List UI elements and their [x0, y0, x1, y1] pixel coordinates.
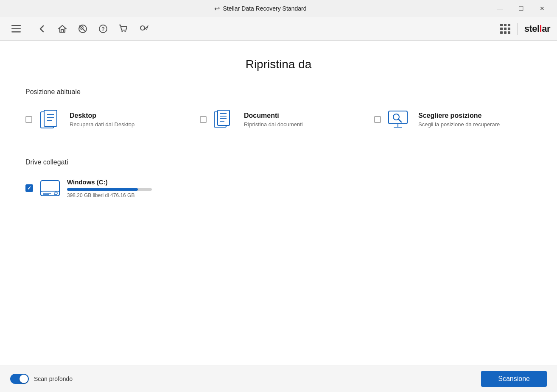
minimize-button[interactable]: — — [490, 2, 509, 15]
svg-line-30 — [398, 119, 401, 122]
documents-icon-wrapper — [200, 106, 237, 133]
scan-toolbar-button[interactable] — [73, 19, 92, 38]
drive-c-name: Windows (C:) — [67, 178, 152, 186]
drive-c-checkbox[interactable] — [25, 184, 33, 192]
desktop-icon-wrapper — [25, 106, 63, 133]
deep-scan-label: Scan profondo — [34, 375, 73, 382]
drive-c-space: 398.20 GB liberi di 476.16 GB — [67, 192, 152, 198]
drive-card-c[interactable]: Windows (C:) 398.20 GB liberi di 476.16 … — [25, 176, 152, 200]
deep-scan-toggle-group: Scan profondo — [10, 374, 73, 384]
scan-button[interactable]: Scansione — [481, 371, 547, 387]
choose-location-card[interactable]: Scegliere posizione Scegli la posizione … — [374, 106, 532, 133]
page-title: Ripristina da — [25, 58, 532, 71]
svg-point-35 — [55, 192, 57, 195]
toolbar-right: stellar — [500, 23, 550, 35]
help-button[interactable]: ? — [94, 19, 112, 38]
svg-point-9 — [122, 31, 123, 32]
desktop-icon — [36, 106, 63, 133]
drives-label: Drive collegati — [25, 158, 532, 166]
svg-line-13 — [147, 27, 148, 28]
bottom-bar: Scan profondo Scansione — [0, 365, 557, 392]
desktop-card-text: Desktop Recupera dati dal Desktop — [70, 112, 183, 128]
drives-list: Windows (C:) 398.20 GB liberi di 476.16 … — [25, 176, 532, 200]
toolbar-separator-2 — [517, 23, 518, 35]
svg-rect-2 — [11, 31, 21, 33]
deep-scan-toggle[interactable] — [10, 374, 29, 384]
svg-point-10 — [125, 31, 126, 32]
svg-line-14 — [146, 28, 146, 29]
choose-checkbox[interactable] — [374, 116, 381, 123]
choose-location-text: Scegliere posizione Scegli la posizione … — [418, 112, 532, 128]
desktop-location-card[interactable]: Desktop Recupera dati dal Desktop — [25, 106, 183, 133]
choose-location-icon — [384, 106, 411, 133]
documents-checkbox[interactable] — [200, 116, 207, 123]
desktop-checkbox[interactable] — [25, 116, 32, 123]
choose-location-title: Scegliere posizione — [418, 112, 532, 120]
back-button[interactable] — [33, 19, 51, 38]
locations-grid: Desktop Recupera dati dal Desktop — [25, 106, 532, 133]
documents-icon — [210, 106, 237, 133]
svg-rect-3 — [61, 30, 64, 32]
key-button[interactable] — [134, 19, 153, 38]
svg-text:?: ? — [101, 26, 105, 32]
svg-rect-16 — [44, 110, 57, 126]
svg-rect-1 — [11, 28, 21, 29]
toggle-knob — [20, 375, 28, 383]
documents-card-text: Documenti Ripristina dai documenti — [244, 112, 357, 128]
stellar-logo: stellar — [524, 23, 550, 34]
choose-icon-wrapper — [374, 106, 411, 133]
apps-grid-icon[interactable] — [500, 24, 510, 34]
desktop-title: Desktop — [70, 112, 183, 120]
cart-button[interactable] — [114, 19, 133, 38]
common-locations-section: Posizione abituale Desktop — [25, 88, 532, 133]
title-bar: ↩ Stellar Data Recovery Standard — ☐ ✕ — [0, 0, 557, 17]
documents-title: Documenti — [244, 112, 357, 120]
svg-rect-21 — [218, 110, 230, 125]
window-title: Stellar Data Recovery Standard — [223, 5, 307, 12]
home-button[interactable] — [53, 19, 72, 38]
choose-location-desc: Scegli la posizione da recuperare — [418, 121, 532, 128]
title-bar-controls: — ☐ ✕ — [490, 2, 552, 15]
toolbar: ? stellar — [0, 17, 557, 41]
main-content: Ripristina da Posizione abituale — [0, 41, 557, 365]
documents-location-card[interactable]: Documenti Ripristina dai documenti — [200, 106, 357, 133]
toolbar-separator-1 — [29, 23, 29, 35]
drive-c-bar — [67, 188, 152, 191]
svg-rect-0 — [11, 25, 21, 26]
drive-c-bar-fill — [67, 188, 138, 191]
desktop-desc: Recupera dati dal Desktop — [70, 121, 183, 128]
undo-icon: ↩ — [214, 5, 220, 13]
drive-c-info: Windows (C:) 398.20 GB liberi di 476.16 … — [67, 178, 152, 198]
documents-desc: Ripristina dai documenti — [244, 121, 357, 128]
menu-button[interactable] — [7, 19, 25, 38]
close-button[interactable]: ✕ — [532, 2, 552, 15]
svg-rect-26 — [389, 111, 407, 124]
svg-point-36 — [54, 194, 55, 195]
common-locations-label: Posizione abituale — [25, 88, 532, 96]
maximize-button[interactable]: ☐ — [511, 2, 531, 15]
drives-section: Drive collegati Windows (C:) — [25, 158, 532, 200]
drive-c-icon — [38, 176, 62, 200]
title-bar-center: ↩ Stellar Data Recovery Standard — [214, 5, 307, 13]
